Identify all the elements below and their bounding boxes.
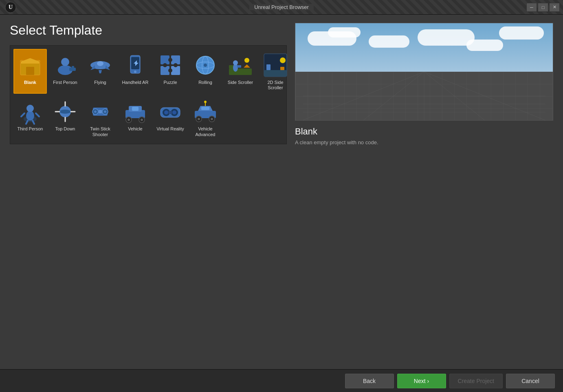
title-bar: U Unreal Project Browser ─ □ ✕ [0,0,563,15]
svg-rect-61 [132,107,139,111]
minimize-button[interactable]: ─ [526,3,537,12]
svg-rect-33 [266,64,271,70]
template-icon-twin-stick-shooter [87,99,113,125]
svg-text:U: U [9,4,13,10]
svg-point-19 [174,63,178,67]
template-grid: Blank First Person Flying Handheld AR [10,45,287,144]
left-panel: Select Template Blank First Person Flyin… [10,23,287,361]
template-icon-handheld-ar [122,52,148,78]
svg-point-52 [94,110,97,113]
template-item-third-person[interactable]: Third Person [13,95,47,140]
template-icon-vehicle-advanced [192,99,218,125]
svg-rect-6 [69,68,76,71]
template-item-vehicle-advanced[interactable]: Vehicle Advanced [189,95,222,140]
template-icon-side-scroller [227,52,253,78]
svg-point-75 [204,101,207,103]
template-label-side-scroller: Side Scroller [228,80,253,85]
svg-point-59 [128,119,130,121]
svg-rect-14 [171,55,180,64]
svg-point-30 [244,58,249,63]
template-item-top-down[interactable]: Top Down [48,95,82,140]
svg-point-37 [26,111,34,121]
bottom-bar: Back Next › Create Project Cancel [0,369,563,392]
main-content: Select Template Blank First Person Flyin… [0,15,563,369]
template-icon-top-down [52,99,78,125]
right-panel: Blank A clean empty project with no code… [295,23,553,361]
template-item-virtual-reality[interactable]: Virtual Reality [154,95,187,140]
template-item-puzzle[interactable]: Puzzle [154,49,187,94]
svg-point-38 [26,105,34,112]
template-item-twin-stick-shooter[interactable]: Twin Stick Shooter [84,95,117,140]
back-button[interactable]: Back [345,374,394,388]
template-item-2d-side-scroller[interactable]: 2D Side Scroller [259,49,292,94]
template-label-2d-side-scroller: 2D Side Scroller [261,80,290,90]
svg-line-40 [36,113,39,117]
template-label-rolling: Rolling [198,80,212,85]
template-label-virtual-reality: Virtual Reality [156,126,184,132]
template-icon-virtual-reality [157,99,183,125]
svg-point-60 [141,119,143,121]
template-label-third-person: Third Person [18,126,43,132]
svg-point-71 [198,118,200,120]
template-item-handheld-ar[interactable]: Handheld AR [119,49,152,94]
template-item-rolling[interactable]: Rolling [189,49,222,94]
template-label-blank: Blank [24,80,36,85]
svg-point-5 [61,58,69,66]
maximize-button[interactable]: □ [538,3,548,12]
svg-rect-67 [169,111,172,114]
window-title: Unreal Project Browser [249,4,314,10]
template-icon-blank [17,52,43,78]
template-label-vehicle: Vehicle [128,126,142,132]
template-item-vehicle[interactable]: Vehicle [119,95,152,140]
svg-point-66 [172,110,176,115]
svg-rect-54 [99,110,102,113]
template-icon-puzzle [157,52,183,78]
svg-rect-32 [264,70,287,77]
svg-rect-29 [237,65,241,68]
svg-line-39 [21,113,24,117]
svg-point-9 [97,61,103,66]
svg-point-28 [233,60,238,65]
svg-point-12 [134,70,136,73]
svg-point-65 [164,110,168,115]
template-icon-first-person [52,52,78,78]
svg-rect-16 [171,66,180,75]
svg-rect-13 [161,55,169,64]
svg-point-44 [59,110,71,114]
template-preview [295,23,553,121]
template-item-blank[interactable]: Blank [13,49,47,94]
svg-point-53 [104,110,106,113]
template-item-first-person[interactable]: First Person [48,49,82,94]
next-button[interactable]: Next › [397,374,446,388]
template-icon-flying [87,52,113,78]
cancel-button[interactable]: Cancel [506,374,555,388]
ue-logo: U [5,2,16,13]
template-label-top-down: Top Down [55,126,75,132]
svg-rect-25 [229,68,252,75]
page-title: Select Template [10,23,287,38]
svg-rect-3 [26,67,34,75]
template-icon-rolling [192,52,218,78]
svg-point-35 [280,57,286,63]
template-item-side-scroller[interactable]: Side Scroller [224,49,257,94]
svg-rect-7 [72,66,74,68]
template-label-puzzle: Puzzle [163,80,177,85]
svg-rect-34 [280,67,284,70]
template-label-twin-stick-shooter: Twin Stick Shooter [86,126,114,137]
template-label-vehicle-advanced: Vehicle Advanced [191,126,220,137]
selected-template-name: Blank [295,126,553,137]
svg-point-24 [204,64,207,67]
svg-rect-73 [201,107,209,110]
perspective-lines [295,23,553,120]
svg-point-18 [163,63,167,67]
svg-point-17 [168,58,172,62]
close-button[interactable]: ✕ [549,3,560,12]
window-controls: ─ □ ✕ [526,3,560,12]
template-item-flying[interactable]: Flying [84,49,117,94]
create-project-button: Create Project [449,374,503,388]
svg-point-72 [211,118,213,120]
template-info: Blank A clean empty project with no code… [295,126,553,145]
template-icon-vehicle [122,99,148,125]
template-label-flying: Flying [94,80,106,85]
selected-template-description: A clean empty project with no code. [295,139,553,145]
